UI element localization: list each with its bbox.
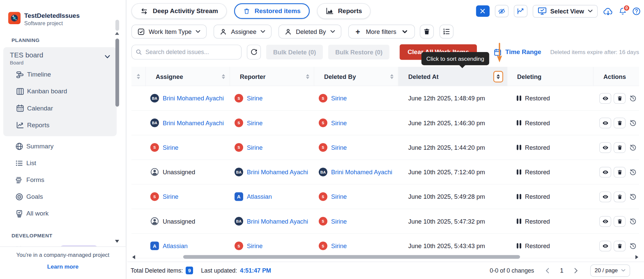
reporter-name[interactable]: Sirine xyxy=(247,95,263,102)
horizontal-scrollbar[interactable] xyxy=(131,254,639,260)
reporter-name[interactable]: Brini Mohamed Ayachi xyxy=(247,169,308,176)
trash-filter-button[interactable] xyxy=(420,25,434,39)
board-switcher[interactable]: TES board Board xyxy=(3,52,117,66)
close-button[interactable] xyxy=(476,5,489,17)
delete-button[interactable] xyxy=(614,93,626,104)
page-size-select[interactable]: 20 / page xyxy=(590,264,630,277)
scroll-left-arrow[interactable] xyxy=(132,255,135,259)
delete-button[interactable] xyxy=(614,191,626,202)
column-header-deleting[interactable]: Deleting xyxy=(507,67,593,86)
tab-deep-activity-stream[interactable]: Deep Activitiy Stream xyxy=(131,3,227,19)
sidebar-item-kanban-board[interactable]: Kanban board xyxy=(3,83,117,100)
filter-work-item-type[interactable]: Work Item Type xyxy=(131,25,207,39)
notifications-button[interactable]: 0 xyxy=(618,7,627,15)
view-button[interactable] xyxy=(599,93,611,104)
next-page-button[interactable] xyxy=(574,268,578,273)
delete-button[interactable] xyxy=(614,240,626,251)
scrollbar-down-arrow[interactable] xyxy=(115,240,119,243)
managed-project-note: You're in a company-managed project xyxy=(0,252,126,258)
scrollbar-thumb[interactable] xyxy=(115,39,119,107)
column-header-assignee[interactable]: Assignee xyxy=(146,67,230,86)
sort-icon[interactable] xyxy=(390,74,393,79)
select-view-dropdown[interactable]: Select View xyxy=(533,5,598,17)
filter-assignee[interactable]: Assignee xyxy=(214,25,272,39)
chevron-down-icon[interactable] xyxy=(105,55,110,58)
tab-restored-items[interactable]: Restored items xyxy=(234,3,310,19)
history-restore-button[interactable] xyxy=(628,142,638,153)
assignee-name[interactable]: Brini Mohamed Ayachi xyxy=(163,119,224,126)
sort-icon[interactable] xyxy=(137,74,140,79)
sort-button-highlighted[interactable] xyxy=(493,71,503,82)
reporter-name[interactable]: Atlassian xyxy=(247,193,272,200)
cloud-download-button[interactable] xyxy=(603,7,613,15)
history-restore-button[interactable] xyxy=(628,93,638,104)
history-restore-button[interactable] xyxy=(628,240,638,251)
scroll-right-arrow[interactable] xyxy=(636,255,639,259)
total-count-badge: 9 xyxy=(186,267,193,274)
deleted-by-name[interactable]: Sirine xyxy=(331,95,347,102)
scrollbar-up-arrow[interactable] xyxy=(115,32,119,35)
scrollbar-segment[interactable] xyxy=(115,20,119,31)
deleted-at-cell: June 12th 2025, 1:46:30 pm xyxy=(399,119,507,126)
line-chart-button[interactable] xyxy=(514,5,527,17)
sort-icon[interactable] xyxy=(222,74,225,79)
view-button[interactable] xyxy=(599,216,611,227)
deleted-by-name[interactable]: Sirine xyxy=(331,218,347,225)
deleted-by-name[interactable]: Sirine xyxy=(331,193,347,200)
tab-reports[interactable]: Reports xyxy=(317,3,371,19)
history-restore-button[interactable] xyxy=(628,167,638,177)
deleted-by-name[interactable]: Brini Mohamed Ayachi xyxy=(331,169,392,176)
deleted-by-name[interactable]: Sirine xyxy=(331,119,347,126)
sidebar-item-forms[interactable]: Forms xyxy=(0,172,126,189)
sidebar-item-timeline[interactable]: Timeline xyxy=(3,66,117,83)
column-header-handle[interactable] xyxy=(131,67,146,86)
delete-button[interactable] xyxy=(614,216,626,227)
sidebar-item-all-work[interactable]: All work xyxy=(0,205,126,222)
view-button[interactable] xyxy=(599,142,611,153)
assignee-name[interactable]: Sirine xyxy=(163,144,179,151)
prev-page-button[interactable] xyxy=(545,268,549,273)
search-input[interactable] xyxy=(131,45,241,59)
bulk-restore-button[interactable]: Bulk Restore (0) xyxy=(328,45,389,59)
sort-icon[interactable] xyxy=(306,74,309,79)
history-restore-button[interactable] xyxy=(628,191,638,202)
sidebar-item-list[interactable]: List xyxy=(0,155,126,172)
sidebar-item-calendar[interactable]: Calendar xyxy=(3,100,117,117)
hide-view-button[interactable] xyxy=(495,5,508,17)
project-header[interactable]: TestDeletedIssues Software project xyxy=(0,0,126,26)
history-restore-button[interactable] xyxy=(628,216,638,227)
assignee-name[interactable]: Atlassian xyxy=(163,242,188,249)
assignee-name[interactable]: Brini Mohamed Ayachi xyxy=(163,95,224,102)
scrollbar-thumb[interactable] xyxy=(183,255,520,259)
current-page[interactable]: 1 xyxy=(560,267,563,274)
ordered-list-button[interactable] xyxy=(440,25,454,39)
sidebar-item-reports[interactable]: Reports xyxy=(3,117,117,134)
delete-button[interactable] xyxy=(614,118,626,128)
reporter-name[interactable]: Brini Mohamed Ayachi xyxy=(247,218,308,225)
column-header-reporter[interactable]: Reporter xyxy=(230,67,314,86)
history-restore-button[interactable] xyxy=(628,118,638,128)
deleted-by-name[interactable]: Sirine xyxy=(331,242,347,249)
deleted-by-name[interactable]: Sirine xyxy=(331,144,347,151)
help-button[interactable] xyxy=(632,7,641,15)
view-button[interactable] xyxy=(599,118,611,128)
column-header-deleted-by[interactable]: Deleted By xyxy=(314,67,398,86)
column-header-deleted-at[interactable]: Deleted At xyxy=(399,67,507,86)
filter-more-filters[interactable]: + More filters xyxy=(348,25,415,39)
sidebar-item-goals[interactable]: Goals xyxy=(0,189,126,205)
delete-button[interactable] xyxy=(614,142,626,153)
reporter-name[interactable]: Sirine xyxy=(247,242,263,249)
delete-button[interactable] xyxy=(614,167,626,177)
bulk-delete-button[interactable]: Bulk Delete (0) xyxy=(266,45,323,59)
refresh-button[interactable] xyxy=(247,45,261,59)
reporter-name[interactable]: Sirine xyxy=(247,119,263,126)
view-button[interactable] xyxy=(599,191,611,202)
view-button[interactable] xyxy=(599,167,611,177)
action-bar: Bulk Delete (0) Bulk Restore (0) Clear A… xyxy=(131,44,639,60)
learn-more-link[interactable]: Learn more xyxy=(47,263,78,270)
sidebar-item-summary[interactable]: Summary xyxy=(0,138,126,155)
assignee-name[interactable]: Sirine xyxy=(163,193,179,200)
filter-deleted-by[interactable]: Deleted By xyxy=(278,25,341,39)
reporter-name[interactable]: Sirine xyxy=(247,144,263,151)
view-button[interactable] xyxy=(599,240,611,251)
